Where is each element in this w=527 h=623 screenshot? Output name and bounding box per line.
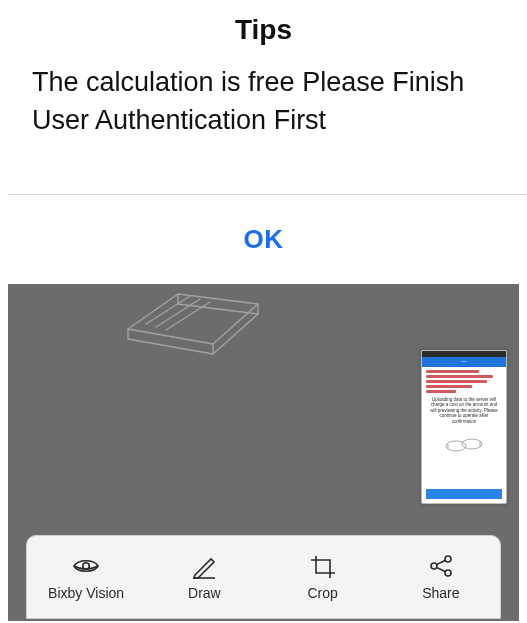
bixby-vision-button[interactable]: Bixby Vision	[27, 536, 145, 618]
toolbar-label: Bixby Vision	[48, 585, 124, 601]
dialog-body: The calculation is free Please Finish Us…	[32, 64, 495, 156]
toolbar-label: Crop	[307, 585, 337, 601]
crop-button[interactable]: Crop	[264, 536, 382, 618]
thumbnail-sketch	[422, 428, 506, 462]
pencil-icon	[188, 553, 220, 579]
share-button[interactable]: Share	[382, 536, 500, 618]
ok-button[interactable]: OK	[8, 196, 519, 282]
toolbar-label: Draw	[188, 585, 221, 601]
crop-icon	[307, 553, 339, 579]
background-scrim: — Uploading data to the server will char…	[8, 284, 519, 621]
device-sketch	[118, 284, 278, 364]
thumbnail-redlines	[422, 367, 506, 397]
thumbnail-confirm-button	[426, 489, 502, 499]
eye-icon	[70, 553, 102, 579]
thumbnail-caption: Uploading data to the server will charge…	[422, 397, 506, 428]
thumbnail-header: —	[422, 357, 506, 367]
tips-dialog: Tips The calculation is free Please Fini…	[8, 0, 519, 156]
svg-point-3	[445, 556, 451, 562]
app-frame: Tips The calculation is free Please Fini…	[0, 0, 527, 623]
share-icon	[425, 553, 457, 579]
svg-point-5	[445, 570, 451, 576]
draw-button[interactable]: Draw	[145, 536, 263, 618]
svg-point-4	[431, 563, 437, 569]
screenshot-toolbar: Bixby Vision Draw Crop	[26, 535, 501, 619]
dialog-separator	[8, 194, 527, 195]
toolbar-label: Share	[422, 585, 459, 601]
preview-thumbnail[interactable]: — Uploading data to the server will char…	[421, 350, 507, 504]
dialog-title: Tips	[32, 0, 495, 64]
